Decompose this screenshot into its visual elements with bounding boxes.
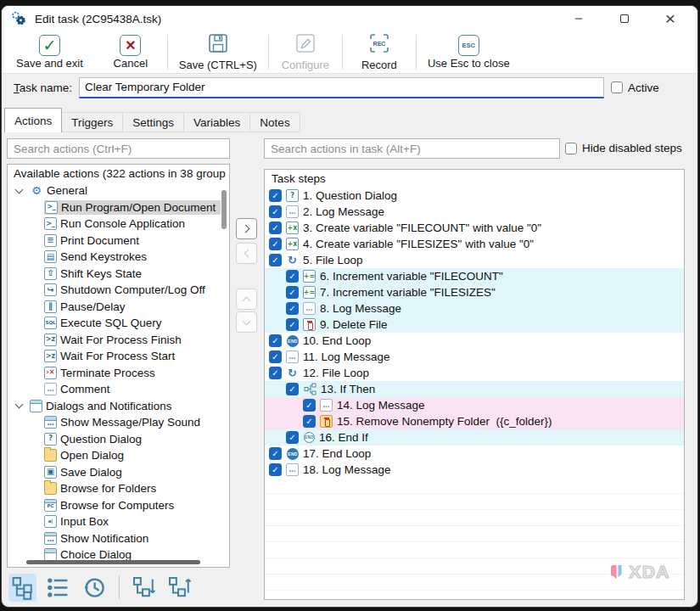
- tree-item-browse-computers[interactable]: PC Browse for Computers: [8, 497, 229, 514]
- step-checkbox[interactable]: ✓: [269, 463, 282, 476]
- move-step-up-button[interactable]: [236, 289, 257, 310]
- tree-item-shift-keys[interactable]: ⇧ Shift Keys State: [8, 266, 229, 283]
- tree-item-run-program[interactable]: >_ Run Program/Open Document: [8, 199, 229, 216]
- tab-actions[interactable]: Actions: [4, 108, 62, 132]
- tree-item-wait-process-finish[interactable]: >z Wait For Process Finish: [8, 332, 229, 349]
- chevron-down-icon[interactable]: [15, 185, 24, 193]
- task-step-9[interactable]: ✓ 9. Delete File: [265, 317, 684, 333]
- task-name-input[interactable]: [79, 77, 604, 98]
- task-step-5[interactable]: ✓ ↻ 5. File Loop: [265, 252, 684, 268]
- tree-group-general[interactable]: ⚙ General: [8, 182, 229, 199]
- search-task-actions-input[interactable]: [264, 138, 560, 159]
- list-view-icon[interactable]: [44, 574, 72, 602]
- task-step-2[interactable]: ✓ … 2. Log Message: [265, 204, 684, 220]
- move-up-tree-icon[interactable]: [165, 574, 193, 602]
- tree-item-run-console[interactable]: >_ Run Console Application: [8, 216, 229, 233]
- chevron-right-icon: [241, 225, 249, 233]
- step-checkbox[interactable]: ✓: [286, 383, 299, 395]
- tab-triggers[interactable]: Triggers: [62, 112, 123, 132]
- tree-item-input-box[interactable]: a| Input Box: [8, 513, 229, 530]
- tab-bar: Actions Triggers Settings Variables Note…: [4, 108, 300, 132]
- step-checkbox[interactable]: ✓: [269, 350, 282, 363]
- save-and-exit-button[interactable]: ✓ Save and exit: [5, 31, 94, 73]
- step-checkbox[interactable]: ✓: [269, 334, 282, 347]
- step-checkbox[interactable]: ✓: [286, 318, 299, 331]
- task-step-6[interactable]: ✓ += 6. Increment variable "FILECOUNT": [265, 268, 684, 284]
- step-checkbox[interactable]: ✓: [303, 399, 316, 412]
- step-checkbox[interactable]: ✓: [269, 189, 282, 202]
- configure-label: Configure: [282, 59, 329, 71]
- task-step-10[interactable]: ✓ END 10. End Loop: [265, 333, 684, 349]
- move-to-task-button[interactable]: [236, 218, 257, 239]
- tree-item-open-dialog[interactable]: Open Dialog: [8, 447, 229, 464]
- tree-view-icon[interactable]: [8, 574, 36, 602]
- tree-vertical-scrollbar[interactable]: [221, 190, 227, 229]
- tree-item-show-notification[interactable]: … Show Notification: [8, 530, 229, 547]
- tree-group-dialogs[interactable]: Dialogs and Notifications: [8, 398, 229, 415]
- chevron-down-icon[interactable]: [15, 401, 24, 409]
- log-message-icon: …: [286, 463, 299, 476]
- tree-item-show-message[interactable]: … Show Message/Play Sound: [8, 414, 229, 431]
- search-actions-input[interactable]: [7, 138, 230, 159]
- esc-close-button[interactable]: ESC Use Esc to close: [417, 31, 521, 73]
- task-step-1[interactable]: ✓ ? 1. Question Dialog: [265, 188, 684, 204]
- task-step-17[interactable]: ✓ END 17. End Loop: [265, 446, 684, 462]
- step-checkbox[interactable]: ✓: [286, 286, 299, 299]
- step-checkbox[interactable]: ✓: [286, 302, 299, 315]
- tree-item-pause-delay[interactable]: ∥ Pause/Delay: [8, 299, 229, 316]
- tree-item-save-dialog[interactable]: ▣ Save Dialog: [8, 464, 229, 481]
- tab-variables[interactable]: Variables: [184, 112, 250, 132]
- close-button[interactable]: ×: [660, 8, 680, 29]
- configure-button[interactable]: Configure: [269, 31, 342, 73]
- step-checkbox[interactable]: ✓: [269, 254, 282, 266]
- hide-disabled-checkbox[interactable]: [565, 143, 577, 154]
- tree-item-shutdown[interactable]: ↪ Shutdown Computer/Log Off: [8, 282, 229, 299]
- run-program-icon: >_: [45, 201, 58, 214]
- step-checkbox[interactable]: ✓: [269, 367, 282, 379]
- active-checkbox[interactable]: [611, 81, 623, 93]
- task-step-11[interactable]: ✓ … 11. Log Message: [265, 349, 684, 365]
- tree-item-execute-sql[interactable]: SQL Execute SQL Query: [8, 315, 229, 332]
- task-step-7[interactable]: ✓ += 7. Increment variable "FILESIZES": [265, 284, 684, 300]
- history-icon[interactable]: [80, 573, 109, 602]
- tree-item-question-dialog[interactable]: ? Question Dialog: [8, 431, 229, 448]
- move-down-tree-icon[interactable]: [130, 574, 158, 602]
- task-step-12[interactable]: ✓ ↻ 12. File Loop: [265, 365, 684, 381]
- step-checkbox[interactable]: ✓: [269, 238, 282, 250]
- step-checkbox[interactable]: ✓: [286, 270, 299, 283]
- step-checkbox[interactable]: ✓: [269, 221, 282, 234]
- task-step-16[interactable]: ✓ END 16. End If: [265, 429, 684, 446]
- task-step-13[interactable]: ✓ 13. If Then: [265, 381, 684, 397]
- maximize-button[interactable]: [614, 8, 635, 29]
- tree-item-browse-folders[interactable]: Browse for Folders: [8, 480, 229, 497]
- task-step-15[interactable]: ✓ 15. Remove Nonempty Folder ({c_folder}…: [265, 413, 684, 429]
- task-step-8[interactable]: ✓ … 8. Log Message: [265, 300, 684, 317]
- tree-item-terminate-process[interactable]: ›× Terminate Process: [8, 365, 229, 382]
- save-button[interactable]: Save (CTRL+S): [168, 31, 268, 73]
- task-step-14[interactable]: ✓ … 14. Log Message: [265, 397, 684, 413]
- task-step-3[interactable]: ✓ +x 3. Create variable "FILECOUNT" with…: [265, 220, 684, 236]
- tree-horizontal-scrollbar[interactable]: [26, 560, 200, 564]
- step-checkbox[interactable]: ✓: [269, 447, 282, 460]
- task-steps-list[interactable]: Task steps ✓ ? 1. Question Dialog ✓ … 2.…: [264, 169, 685, 600]
- tree-item-send-keystrokes[interactable]: ▤ Send Keystrokes: [8, 249, 229, 266]
- tab-notes[interactable]: Notes: [250, 112, 300, 132]
- record-button[interactable]: REC Record: [343, 31, 416, 73]
- step-checkbox[interactable]: ✓: [303, 415, 316, 428]
- step-checkbox[interactable]: ✓: [286, 431, 299, 444]
- step-checkbox[interactable]: ✓: [269, 205, 282, 218]
- task-step-4[interactable]: ✓ +x 4. Create variable "FILESIZES" with…: [265, 236, 684, 252]
- cancel-button[interactable]: × Cancel: [94, 31, 167, 73]
- remove-from-task-button[interactable]: [236, 243, 257, 264]
- tree-item-wait-process-start[interactable]: >z Wait For Process Start: [8, 348, 229, 365]
- move-step-down-button[interactable]: [236, 311, 257, 333]
- available-actions-tree[interactable]: Available actions (322 actions in 38 gro…: [7, 164, 230, 568]
- titlebar[interactable]: Edit task (2C95438A.tsk) – ×: [2, 6, 697, 31]
- task-step-18[interactable]: ✓ … 18. Log Message: [265, 462, 684, 478]
- tab-settings[interactable]: Settings: [123, 112, 184, 132]
- tree-item-comment[interactable]: … Comment: [8, 381, 229, 398]
- tree-item-print-document[interactable]: ≡ Print Document: [8, 233, 229, 249]
- save-exit-check-icon: ✓: [39, 35, 60, 56]
- minimize-button[interactable]: –: [568, 8, 589, 29]
- end-loop-icon: END: [287, 448, 299, 460]
